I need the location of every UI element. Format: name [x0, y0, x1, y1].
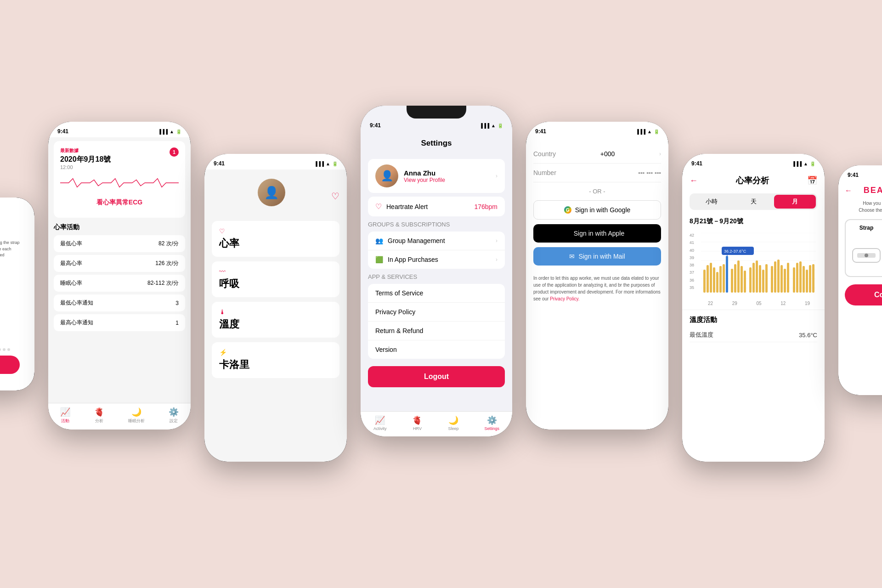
apple-btn-label: Sign in with Apple — [574, 230, 625, 237]
stat-min-hr: 最低心率 82 次/分 — [54, 235, 185, 252]
groups-section-title: GROUPS & SUBSCRIPTIONS — [368, 221, 505, 228]
back-button-analysis[interactable]: ← — [690, 176, 698, 186]
profile-subtitle: View your Profile — [404, 177, 490, 183]
svg-rect-27 — [762, 270, 764, 293]
time-signin: 9:41 — [535, 128, 546, 135]
svg-rect-40 — [809, 265, 811, 293]
analysis-header: ← 心率分析 📅 — [682, 170, 825, 190]
tab-analysis[interactable]: 🫀 分析 — [94, 407, 104, 424]
tab-month[interactable]: 月 — [774, 195, 816, 209]
mail-signin-button[interactable]: ✉ Sign in with Mail — [533, 247, 661, 266]
metric-temperature[interactable]: 🌡 溫度 — [212, 302, 339, 338]
svg-rect-31 — [777, 260, 780, 293]
activity-title: 心率活動 — [54, 223, 185, 232]
metric-calories[interactable]: ⚡ 卡洛里 — [212, 342, 339, 378]
svg-rect-13 — [723, 264, 725, 293]
logout-button[interactable]: Logout — [368, 366, 505, 387]
ecg-badge: 1 — [170, 147, 179, 157]
min-temp-label: 最低溫度 — [690, 331, 713, 339]
tab-activity-settings[interactable]: 📈 Activity — [373, 415, 387, 431]
dot-9 — [7, 348, 10, 351]
settings-title: Settings — [361, 131, 512, 155]
analysis-title: 心率分析 — [698, 175, 807, 186]
svg-rect-33 — [784, 269, 786, 293]
svg-rect-29 — [771, 266, 773, 293]
svg-rect-30 — [774, 261, 776, 293]
activity-tab-icon: 📈 — [375, 415, 385, 425]
heartrate-alert-row[interactable]: ♡ Heartrate Alert 176bpm — [368, 197, 505, 216]
svg-rect-11 — [716, 272, 718, 293]
heart-rate-section: 心率活動 最低心率 82 次/分 最高心率 126 次/分 睡眠心率 82-11… — [54, 223, 185, 331]
activity-icon: 📈 — [60, 407, 70, 417]
pagination-dots — [0, 348, 20, 351]
in-app-purchases-row[interactable]: 🟩 In App Purchases › — [368, 250, 505, 269]
country-label: Country — [533, 150, 556, 158]
tab-hour[interactable]: 小時 — [691, 195, 733, 209]
country-value: +000 — [600, 150, 615, 158]
phone-settings: 9:41 ▐▐▐ ▲ 🔋 Settings 👤 Anna Zhu View yo… — [361, 106, 512, 436]
tab-sleep-settings[interactable]: 🌙 Sleep — [448, 415, 458, 431]
chart-area: 42 41 40 39 38 37 36 35 — [682, 229, 825, 310]
sleep-tab-icon: 🌙 — [448, 415, 458, 425]
svg-rect-21 — [741, 266, 743, 293]
metric-heart[interactable]: ♡ 心率 — [212, 221, 339, 257]
svg-rect-26 — [759, 265, 761, 293]
beatinfo-logo: BEATINFO — [864, 186, 882, 195]
app-services-title: APP & SERVICES — [368, 273, 505, 280]
heartrate-alert-label: Heartrate Alert — [386, 203, 469, 210]
calendar-icon[interactable]: 📅 — [807, 175, 817, 186]
metric-breathing[interactable]: 〰 呼吸 — [212, 261, 339, 297]
purchases-chevron: › — [496, 256, 498, 263]
svg-rect-20 — [737, 260, 740, 293]
strap-option-image — [850, 235, 882, 271]
terms-label: Terms of Service — [375, 289, 498, 297]
back-button-wear[interactable]: ← — [845, 187, 852, 195]
return-row[interactable]: Return & Refund — [368, 322, 505, 340]
tab-day[interactable]: 天 — [733, 195, 775, 209]
group-chevron: › — [496, 237, 498, 244]
svg-rect-28 — [765, 264, 768, 293]
battery-settings: 🔋 — [498, 123, 503, 128]
view-ecg-button[interactable]: 看心率異常ECG — [60, 194, 179, 211]
apple-signin-button[interactable]: Sign in with Apple — [533, 224, 661, 243]
svg-rect-41 — [812, 264, 814, 293]
period-tabs: 小時 天 月 — [690, 193, 817, 210]
tab-hrv[interactable]: 🫀 HRV — [412, 415, 422, 431]
next-button[interactable]: Next — [0, 356, 20, 374]
sleep-icon: 🌙 — [131, 407, 141, 417]
time-dash: 9:41 — [214, 160, 225, 167]
group-management-label: Group Management — [388, 237, 491, 244]
privacy-row[interactable]: Privacy Policy — [368, 303, 505, 322]
version-row[interactable]: Version — [368, 340, 505, 359]
tab-settings-active[interactable]: ⚙️ Settings — [484, 415, 499, 431]
tab-sleep[interactable]: 🌙 睡眠分析 — [128, 407, 145, 424]
svg-text:36.2-37.6°C: 36.2-37.6°C — [724, 249, 746, 254]
svg-rect-23 — [749, 267, 752, 293]
dot-7 — [0, 348, 1, 351]
tab-settings-ecg[interactable]: ⚙️ 設定 — [169, 407, 179, 424]
profile-row[interactable]: 👤 Anna Zhu View your Profile › — [368, 159, 505, 193]
mail-btn-label: Sign in with Mail — [578, 253, 625, 260]
in-app-purchases-label: In App Purchases — [388, 256, 491, 263]
temperature-chart: 36.2-37.6°C — [701, 233, 816, 297]
google-signin-button[interactable]: G Sign in with Google — [533, 200, 661, 220]
tab-analysis-label: 分析 — [95, 418, 103, 424]
terms-row[interactable]: Terms of Service — [368, 284, 505, 303]
strap-description: BEATINFO sensor using the strap vet the … — [0, 240, 20, 265]
wifi-settings: ▲ — [491, 123, 496, 128]
settings-tab-icon: ⚙️ — [487, 415, 497, 425]
group-management-row[interactable]: 👥 Group Management › — [368, 232, 505, 250]
tab-activity[interactable]: 📈 活動 — [60, 407, 70, 424]
temp-activity-section: 溫度活動 最低溫度 35.6°C — [682, 310, 825, 348]
phone-wear-guide: 9:41 🔋 ← BEATINFO How you you wear Beati… — [838, 165, 882, 395]
privacy-link[interactable]: Privacy Policy. — [550, 296, 579, 301]
signin-content: Country +000 › Number --- --- --- - OR -… — [526, 137, 668, 314]
privacy-text: In order to let this app worke, we must … — [533, 270, 661, 307]
strap-option[interactable]: Strap — [845, 219, 882, 277]
stat-max-notify-value: 1 — [175, 320, 179, 326]
stat-sleep-hr: 睡眠心率 82-112 次/分 — [54, 275, 185, 292]
connect-button[interactable]: Connect — [845, 284, 882, 305]
beat-accent: BEAT — [864, 186, 882, 195]
stat-min-hr-value: 82 次/分 — [158, 240, 179, 248]
battery-analysis: 🔋 — [810, 161, 815, 166]
